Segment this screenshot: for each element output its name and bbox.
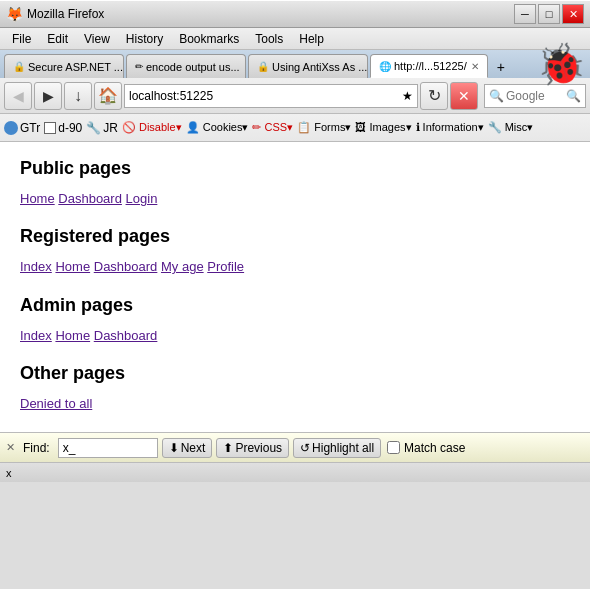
address-text: localhost:51225 (129, 89, 402, 103)
addon-css[interactable]: ✏ CSS▾ (252, 121, 293, 134)
tab-favicon-1: ✏ (135, 61, 143, 72)
download-button[interactable]: ↓ (64, 82, 92, 110)
find-prev-label: Previous (235, 441, 282, 455)
menu-edit[interactable]: Edit (39, 30, 76, 48)
menu-view[interactable]: View (76, 30, 118, 48)
menu-file[interactable]: File (4, 30, 39, 48)
match-case-label: Match case (387, 441, 465, 455)
search-bar: 🔍 🔍 (484, 84, 586, 108)
link-home-public[interactable]: Home (20, 191, 55, 206)
star-icon: ★ (402, 89, 413, 103)
tab-label-0: Secure ASP.NET ... (28, 61, 123, 73)
title-bar: 🦊 Mozilla Firefox ─ □ ✕ (0, 0, 590, 28)
tab-2[interactable]: 🔒 Using AntiXss As ... (248, 54, 368, 78)
tab-favicon-3: 🌐 (379, 61, 391, 72)
minimize-button[interactable]: ─ (514, 4, 536, 24)
find-options: ↺ Highlight all Match case (293, 438, 465, 458)
section-public-pages: Public pages Home Dashboard Login (20, 158, 570, 210)
highlight-all-button[interactable]: ↺ Highlight all (293, 438, 381, 458)
link-dashboard-admin[interactable]: Dashboard (94, 328, 158, 343)
link-index-admin[interactable]: Index (20, 328, 52, 343)
tab-3[interactable]: 🌐 http://l...51225/ ✕ (370, 54, 488, 78)
find-input[interactable] (58, 438, 158, 458)
link-login-public[interactable]: Login (126, 191, 158, 206)
section-registered-pages: Registered pages Index Home Dashboard My… (20, 226, 570, 278)
status-text: x (6, 467, 12, 479)
addon-d90[interactable]: d-90 (44, 121, 82, 135)
addon-forms[interactable]: 📋 Forms▾ (297, 121, 351, 134)
page-content: Public pages Home Dashboard Login Regist… (0, 142, 590, 432)
stop-button[interactable]: ✕ (450, 82, 478, 110)
other-pages-links: Denied to all (20, 392, 570, 415)
back-button[interactable]: ◀ (4, 82, 32, 110)
search-input[interactable] (506, 89, 566, 103)
find-next-button[interactable]: ⬇ Next (162, 438, 213, 458)
tab-decoration: 🐞 (512, 31, 586, 78)
menu-bookmarks[interactable]: Bookmarks (171, 30, 247, 48)
link-myage-registered[interactable]: My age (161, 259, 204, 274)
addon-miscellaneous[interactable]: 🔧 Misc▾ (488, 121, 534, 134)
addon-bar: GTr d-90 🔧 JR 🚫 Disable▾ 👤 Cookies▾ ✏ CS… (0, 114, 590, 142)
registered-pages-links: Index Home Dashboard My age Profile (20, 255, 570, 278)
firefox-icon: 🦊 (6, 6, 23, 22)
addon-images[interactable]: 🖼 Images▾ (355, 121, 411, 134)
tab-close-3[interactable]: ✕ (471, 61, 479, 72)
new-tab-button[interactable]: + (490, 56, 512, 78)
find-prev-button[interactable]: ⬆ Previous (216, 438, 289, 458)
find-next-arrow: ⬇ (169, 441, 179, 455)
addon-gtr[interactable]: GTr (4, 121, 40, 135)
link-dashboard-registered[interactable]: Dashboard (94, 259, 158, 274)
find-next-label: Next (181, 441, 206, 455)
find-label: Find: (23, 441, 50, 455)
link-dashboard-public[interactable]: Dashboard (58, 191, 122, 206)
addon-information[interactable]: ℹ Information▾ (416, 121, 484, 134)
other-pages-title: Other pages (20, 363, 570, 384)
admin-pages-title: Admin pages (20, 295, 570, 316)
address-bar[interactable]: localhost:51225 ★ (124, 84, 418, 108)
tab-favicon-2: 🔒 (257, 61, 269, 72)
highlight-label: Highlight all (312, 441, 374, 455)
link-home-admin[interactable]: Home (55, 328, 90, 343)
refresh-button[interactable]: ↻ (420, 82, 448, 110)
status-bar: x (0, 462, 590, 482)
match-case-checkbox[interactable] (387, 441, 400, 454)
home-button[interactable]: 🏠 (94, 82, 122, 110)
window-controls: ─ □ ✕ (514, 4, 584, 24)
find-prev-arrow: ⬆ (223, 441, 233, 455)
link-profile-registered[interactable]: Profile (207, 259, 244, 274)
maximize-button[interactable]: □ (538, 4, 560, 24)
tabs-bar: 🔒 Secure ASP.NET ... ✏ encode output us.… (0, 50, 590, 78)
find-bar: ✕ Find: ⬇ Next ⬆ Previous ↺ Highlight al… (0, 432, 590, 462)
link-home-registered[interactable]: Home (55, 259, 90, 274)
tab-label-1: encode output us... (146, 61, 240, 73)
tab-favicon-0: 🔒 (13, 61, 25, 72)
search-engine-icon: 🔍 (489, 89, 504, 103)
tab-0[interactable]: 🔒 Secure ASP.NET ... (4, 54, 124, 78)
addon-disable[interactable]: 🚫 Disable▾ (122, 121, 182, 134)
addon-cookies[interactable]: 👤 Cookies▾ (186, 121, 249, 134)
window-title: Mozilla Firefox (27, 7, 514, 21)
menu-history[interactable]: History (118, 30, 171, 48)
d90-icon (44, 122, 56, 134)
menu-bar: File Edit View History Bookmarks Tools H… (0, 28, 590, 50)
search-submit-icon[interactable]: 🔍 (566, 89, 581, 103)
menu-help[interactable]: Help (291, 30, 332, 48)
highlight-icon: ↺ (300, 441, 310, 455)
admin-pages-links: Index Home Dashboard (20, 324, 570, 347)
tab-1[interactable]: ✏ encode output us... (126, 54, 246, 78)
close-button[interactable]: ✕ (562, 4, 584, 24)
public-pages-links: Home Dashboard Login (20, 187, 570, 210)
nav-bar: ◀ ▶ ↓ 🏠 localhost:51225 ★ ↻ ✕ 🔍 🔍 (0, 78, 590, 114)
match-case-text: Match case (404, 441, 465, 455)
link-index-registered[interactable]: Index (20, 259, 52, 274)
public-pages-title: Public pages (20, 158, 570, 179)
addon-jr[interactable]: 🔧 JR (86, 121, 118, 135)
find-close-button[interactable]: ✕ (6, 441, 15, 454)
tab-label-2: Using AntiXss As ... (272, 61, 367, 73)
registered-pages-title: Registered pages (20, 226, 570, 247)
link-denied-to-all[interactable]: Denied to all (20, 396, 92, 411)
tab-label-3: http://l...51225/ (394, 60, 467, 72)
forward-button[interactable]: ▶ (34, 82, 62, 110)
section-admin-pages: Admin pages Index Home Dashboard (20, 295, 570, 347)
menu-tools[interactable]: Tools (247, 30, 291, 48)
